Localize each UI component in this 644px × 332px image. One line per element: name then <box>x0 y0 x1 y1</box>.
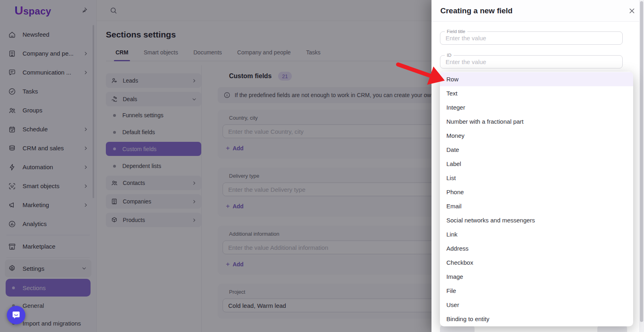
dropdown-option-user[interactable]: User <box>440 298 633 312</box>
dropdown-option-list[interactable]: List <box>440 171 633 185</box>
dropdown-option-checkbox[interactable]: Checkbox <box>440 255 633 270</box>
app-window: Uspacy Newsfeed Company and pe... Commun… <box>0 0 644 332</box>
dropdown-option-money[interactable]: Money <box>440 129 633 143</box>
dropdown-option-label[interactable]: Label <box>440 157 633 171</box>
dropdown-option-file[interactable]: File <box>440 284 633 298</box>
close-icon <box>628 7 636 15</box>
dropdown-option-phone[interactable]: Phone <box>440 185 633 199</box>
close-drawer-button[interactable] <box>626 5 638 17</box>
dropdown-option-email[interactable]: Email <box>440 199 633 213</box>
field-id-outline: ID <box>440 55 623 68</box>
field-id-input[interactable] <box>440 56 622 68</box>
dropdown-option-link[interactable]: Link <box>440 227 633 241</box>
field-title-input[interactable] <box>440 32 622 44</box>
chat-launcher-button[interactable] <box>7 306 25 324</box>
drawer-scrollbar[interactable] <box>639 0 644 332</box>
dropdown-option-social-networks[interactable]: Social networks and messengers <box>440 213 633 227</box>
dropdown-option-binding-to-entity[interactable]: Binding to entity <box>440 312 633 326</box>
field-title-outline: Field title <box>440 31 623 45</box>
drawer-title: Creating a new field <box>440 6 512 15</box>
dropdown-option-number-fractional[interactable]: Number with a fractional part <box>440 114 633 129</box>
dropdown-option-text[interactable]: Text <box>440 86 633 100</box>
dropdown-option-date[interactable]: Date <box>440 143 633 157</box>
scrollbar-thumb[interactable] <box>640 1 643 322</box>
dropdown-option-integer[interactable]: Integer <box>440 100 633 114</box>
chat-bubble-icon <box>11 310 21 320</box>
dropdown-option-row[interactable]: Row <box>440 72 633 86</box>
dropdown-option-address[interactable]: Address <box>440 241 633 255</box>
field-type-dropdown: Row Text Integer Number with a fractiona… <box>440 72 633 326</box>
dropdown-option-image[interactable]: Image <box>440 270 633 284</box>
